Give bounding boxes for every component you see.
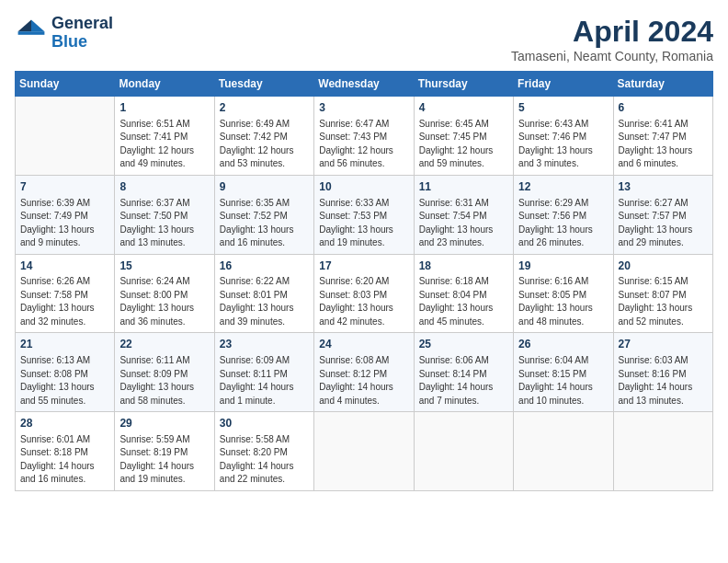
calendar-cell: 10Sunrise: 6:33 AM Sunset: 7:53 PM Dayli… [314, 175, 414, 254]
calendar-week-4: 21Sunrise: 6:13 AM Sunset: 8:08 PM Dayli… [16, 333, 713, 412]
calendar-cell: 16Sunrise: 6:22 AM Sunset: 8:01 PM Dayli… [214, 254, 313, 333]
day-header-saturday: Saturday [613, 72, 712, 97]
day-number: 22 [119, 337, 209, 352]
calendar-week-2: 7Sunrise: 6:39 AM Sunset: 7:49 PM Daylig… [16, 175, 713, 254]
calendar-cell: 25Sunrise: 6:06 AM Sunset: 8:14 PM Dayli… [414, 333, 513, 412]
calendar-cell: 19Sunrise: 6:16 AM Sunset: 8:05 PM Dayli… [514, 254, 613, 333]
calendar-cell: 14Sunrise: 6:26 AM Sunset: 7:58 PM Dayli… [16, 254, 115, 333]
page-header: General Blue April 2024 Tamaseni, Neamt … [15, 15, 713, 63]
day-info: Sunrise: 6:41 AM Sunset: 7:47 PM Dayligh… [619, 118, 708, 171]
day-number: 8 [119, 179, 209, 195]
day-info: Sunrise: 5:58 AM Sunset: 8:20 PM Dayligh… [220, 433, 309, 487]
day-info: Sunrise: 6:18 AM Sunset: 8:04 PM Dayligh… [419, 275, 508, 328]
day-number: 18 [419, 259, 508, 274]
day-info: Sunrise: 6:06 AM Sunset: 8:14 PM Dayligh… [419, 354, 508, 408]
day-number: 28 [20, 416, 109, 431]
day-info: Sunrise: 6:45 AM Sunset: 7:45 PM Dayligh… [419, 118, 508, 171]
calendar-cell: 20Sunrise: 6:15 AM Sunset: 8:07 PM Dayli… [613, 254, 712, 333]
calendar-cell: 4Sunrise: 6:45 AM Sunset: 7:45 PM Daylig… [414, 97, 513, 176]
day-info: Sunrise: 5:59 AM Sunset: 8:19 PM Dayligh… [119, 433, 209, 487]
day-number: 9 [220, 179, 309, 195]
day-number: 15 [119, 259, 209, 274]
month-title: April 2024 [511, 15, 713, 49]
calendar-cell: 24Sunrise: 6:08 AM Sunset: 8:12 PM Dayli… [314, 333, 414, 412]
day-number: 23 [220, 337, 309, 352]
day-info: Sunrise: 6:13 AM Sunset: 8:08 PM Dayligh… [20, 354, 109, 408]
day-number: 24 [319, 337, 408, 352]
day-number: 16 [220, 259, 309, 274]
day-number: 26 [518, 337, 608, 352]
calendar-cell: 29Sunrise: 5:59 AM Sunset: 8:19 PM Dayli… [115, 412, 214, 491]
day-number: 3 [319, 100, 408, 116]
calendar-cell: 13Sunrise: 6:27 AM Sunset: 7:57 PM Dayli… [613, 175, 712, 254]
calendar-cell: 1Sunrise: 6:51 AM Sunset: 7:41 PM Daylig… [115, 97, 214, 176]
day-number: 14 [20, 259, 109, 274]
day-info: Sunrise: 6:37 AM Sunset: 7:50 PM Dayligh… [119, 197, 209, 250]
day-number: 11 [419, 179, 508, 195]
logo: General Blue [15, 15, 113, 52]
calendar-cell [414, 412, 513, 491]
day-info: Sunrise: 6:31 AM Sunset: 7:54 PM Dayligh… [419, 197, 508, 250]
calendar-header-row: SundayMondayTuesdayWednesdayThursdayFrid… [16, 72, 713, 97]
day-info: Sunrise: 6:26 AM Sunset: 7:58 PM Dayligh… [20, 275, 109, 328]
calendar-cell [16, 97, 115, 176]
calendar-week-3: 14Sunrise: 6:26 AM Sunset: 7:58 PM Dayli… [16, 254, 713, 333]
calendar-cell: 2Sunrise: 6:49 AM Sunset: 7:42 PM Daylig… [214, 97, 313, 176]
day-info: Sunrise: 6:49 AM Sunset: 7:42 PM Dayligh… [220, 118, 309, 171]
svg-marker-0 [31, 19, 44, 31]
day-number: 30 [220, 416, 309, 431]
calendar-cell [613, 412, 712, 491]
day-info: Sunrise: 6:35 AM Sunset: 7:52 PM Dayligh… [220, 197, 309, 250]
logo-blue: Blue [51, 32, 87, 51]
day-number: 7 [20, 179, 109, 195]
day-header-thursday: Thursday [414, 72, 513, 97]
calendar-cell: 27Sunrise: 6:03 AM Sunset: 8:16 PM Dayli… [613, 333, 712, 412]
calendar-cell: 30Sunrise: 5:58 AM Sunset: 8:20 PM Dayli… [214, 412, 313, 491]
day-number: 12 [518, 179, 608, 195]
day-number: 21 [20, 337, 109, 352]
day-number: 4 [419, 100, 508, 116]
day-info: Sunrise: 6:04 AM Sunset: 8:15 PM Dayligh… [518, 354, 608, 408]
day-info: Sunrise: 6:22 AM Sunset: 8:01 PM Dayligh… [220, 275, 309, 328]
day-info: Sunrise: 6:43 AM Sunset: 7:46 PM Dayligh… [518, 118, 608, 171]
day-info: Sunrise: 6:39 AM Sunset: 7:49 PM Dayligh… [20, 197, 109, 250]
day-number: 1 [119, 100, 209, 116]
day-number: 20 [619, 259, 708, 274]
day-header-wednesday: Wednesday [314, 72, 414, 97]
title-block: April 2024 Tamaseni, Neamt County, Roman… [511, 15, 713, 63]
day-number: 27 [619, 337, 708, 352]
day-header-tuesday: Tuesday [214, 72, 313, 97]
day-header-friday: Friday [514, 72, 613, 97]
day-number: 25 [419, 337, 508, 352]
day-info: Sunrise: 6:20 AM Sunset: 8:03 PM Dayligh… [319, 275, 408, 328]
day-info: Sunrise: 6:09 AM Sunset: 8:11 PM Dayligh… [220, 354, 309, 408]
day-number: 10 [319, 179, 408, 195]
logo-text: General Blue [51, 15, 113, 52]
calendar-cell: 12Sunrise: 6:29 AM Sunset: 7:56 PM Dayli… [514, 175, 613, 254]
day-info: Sunrise: 6:47 AM Sunset: 7:43 PM Dayligh… [319, 118, 408, 171]
day-number: 5 [518, 100, 608, 116]
calendar-cell: 26Sunrise: 6:04 AM Sunset: 8:15 PM Dayli… [514, 333, 613, 412]
svg-rect-2 [18, 31, 45, 35]
calendar-cell [514, 412, 613, 491]
calendar-cell: 23Sunrise: 6:09 AM Sunset: 8:11 PM Dayli… [214, 333, 313, 412]
calendar-cell: 18Sunrise: 6:18 AM Sunset: 8:04 PM Dayli… [414, 254, 513, 333]
calendar: SundayMondayTuesdayWednesdayThursdayFrid… [15, 71, 713, 491]
calendar-cell: 11Sunrise: 6:31 AM Sunset: 7:54 PM Dayli… [414, 175, 513, 254]
day-info: Sunrise: 6:01 AM Sunset: 8:18 PM Dayligh… [20, 433, 109, 487]
calendar-cell [314, 412, 414, 491]
day-info: Sunrise: 6:16 AM Sunset: 8:05 PM Dayligh… [518, 275, 608, 328]
calendar-cell: 21Sunrise: 6:13 AM Sunset: 8:08 PM Dayli… [16, 333, 115, 412]
day-info: Sunrise: 6:24 AM Sunset: 8:00 PM Dayligh… [119, 275, 209, 328]
day-info: Sunrise: 6:15 AM Sunset: 8:07 PM Dayligh… [619, 275, 708, 328]
day-info: Sunrise: 6:29 AM Sunset: 7:56 PM Dayligh… [518, 197, 608, 250]
calendar-cell: 7Sunrise: 6:39 AM Sunset: 7:49 PM Daylig… [16, 175, 115, 254]
calendar-cell: 3Sunrise: 6:47 AM Sunset: 7:43 PM Daylig… [314, 97, 414, 176]
logo-general: General [51, 14, 113, 32]
day-info: Sunrise: 6:33 AM Sunset: 7:53 PM Dayligh… [319, 197, 408, 250]
location-title: Tamaseni, Neamt County, Romania [511, 49, 713, 63]
calendar-week-5: 28Sunrise: 6:01 AM Sunset: 8:18 PM Dayli… [16, 412, 713, 491]
day-header-sunday: Sunday [16, 72, 115, 97]
day-header-monday: Monday [115, 72, 214, 97]
calendar-cell: 8Sunrise: 6:37 AM Sunset: 7:50 PM Daylig… [115, 175, 214, 254]
